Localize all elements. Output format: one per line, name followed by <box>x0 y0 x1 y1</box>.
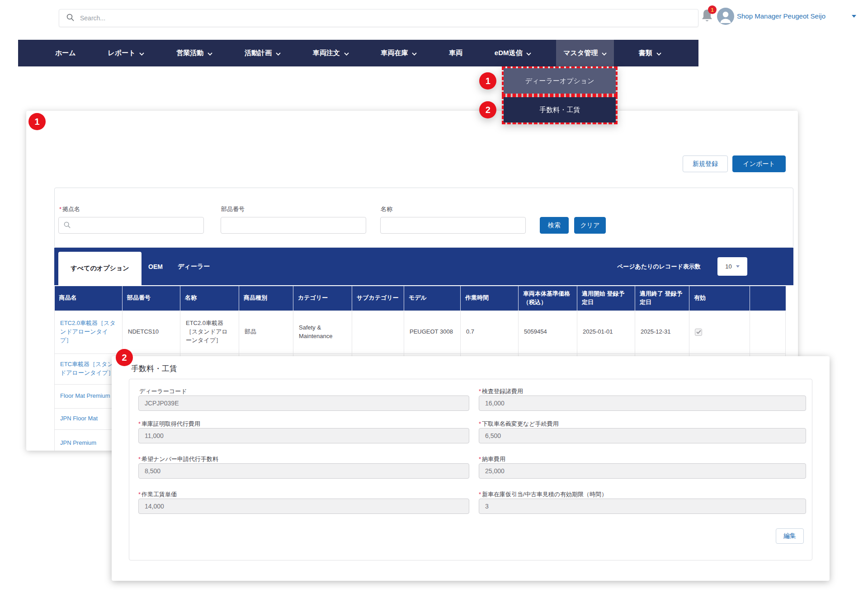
chevron-down-icon <box>276 49 281 57</box>
col-spacer <box>750 286 786 311</box>
menu-item-dealer-option[interactable]: ディーラーオプション <box>504 68 616 94</box>
nav-label: 営業活動 <box>176 49 203 57</box>
nav-label: 車両在庫 <box>381 49 408 57</box>
chevron-down-icon <box>139 49 144 57</box>
garage-certificate-fee-label: *車庫証明取得代行費用 <box>138 420 469 428</box>
col-product-type: 商品種別 <box>239 286 293 311</box>
search-button[interactable]: 検索 <box>540 217 569 234</box>
trade-in-transfer-fee-label: *下取車名義変更など手続費用 <box>479 420 806 428</box>
col-product-name: 商品名 <box>55 286 123 311</box>
col-work-hours: 作業時間 <box>461 286 519 311</box>
quote-validity-field: 3 <box>479 499 806 514</box>
nav-label: 車両注文 <box>313 49 340 57</box>
nav-item-vehicle[interactable]: 車両 <box>442 40 470 66</box>
main-navigation: ホーム レポート 営業活動 活動計画 車両注文 車両在庫 車両 eDM送信 <box>18 40 698 66</box>
chevron-down-icon <box>526 49 531 57</box>
col-part-number: 部品番号 <box>123 286 180 311</box>
desired-number-fee-field: 8,500 <box>138 463 469 479</box>
annotation-circle-panel2: 2 <box>116 349 133 366</box>
col-category: カテゴリー <box>293 286 352 311</box>
records-per-page-select[interactable]: 10 <box>717 257 747 276</box>
name-label: 名称 <box>381 205 392 213</box>
chevron-down-icon <box>344 49 349 57</box>
page: 1 Shop Manager Peugeot Seijo ホーム レポート 営業… <box>0 0 868 612</box>
chevron-down-icon <box>602 49 607 57</box>
col-model: モデル <box>404 286 461 311</box>
inspection-registration-fee-field: 16,000 <box>479 395 806 411</box>
inspection-registration-fee-label: *検査登録諸費用 <box>479 387 806 395</box>
fees-form: ディーラーコード JCPJP039E *検査登録諸費用 16,000 *車庫証明… <box>129 379 812 560</box>
product-link[interactable]: JPN Floor Mat <box>60 415 98 422</box>
product-link[interactable]: JPN Premium <box>60 439 96 446</box>
fees-labor-panel: 2 手数料・工賃 ディーラーコード JCPJP039E *検査登録諸費用 16,… <box>112 356 830 581</box>
chevron-down-icon <box>656 49 661 57</box>
desired-number-fee-label: *希望ナンバー申請代行手数料 <box>138 455 469 463</box>
col-base-price: 車両本体基準価格（税込） <box>519 286 577 311</box>
nav-label: 書類 <box>639 49 652 57</box>
active-checkbox-checked <box>695 329 702 336</box>
global-search <box>59 9 698 27</box>
col-end-date: 適用終了 登録予定日 <box>635 286 689 311</box>
annotation-circle-panel1: 1 <box>28 113 46 130</box>
annotation-circle-1: 1 <box>479 72 496 89</box>
product-link[interactable]: ETC車載器［スタンドアローンタイプ］ <box>60 361 114 376</box>
tab-oem[interactable]: OEM <box>148 248 163 285</box>
menu-item-fees-labor[interactable]: 手数料・工賃 <box>504 97 616 122</box>
col-name: 名称 <box>180 286 239 311</box>
nav-item-activity-plan[interactable]: 活動計画 <box>237 40 288 66</box>
options-tab-bar: すべてのオプション OEM ディーラー ページあたりのレコード表示数 10 <box>54 248 793 285</box>
nav-label: ホーム <box>55 49 76 57</box>
nav-label: eDM送信 <box>495 49 523 57</box>
search-icon <box>66 14 74 23</box>
site-name-label: *拠点名 <box>59 205 80 213</box>
menu-item-dealer-option-highlight-frame: ディーラーオプション <box>502 66 618 95</box>
col-subcategory: サブカテゴリー <box>352 286 404 311</box>
user-menu-caret-icon[interactable] <box>852 15 856 20</box>
nav-item-home[interactable]: ホーム <box>48 40 83 66</box>
avatar[interactable] <box>717 8 734 25</box>
nav-label: マスタ管理 <box>563 49 598 57</box>
person-icon <box>717 8 734 25</box>
nav-item-vehicle-stock[interactable]: 車両在庫 <box>373 40 424 66</box>
name-input[interactable] <box>380 217 526 234</box>
table-header-row: 商品名 部品番号 名称 商品種別 カテゴリー サブカテゴリー モデル 作業時間 … <box>55 286 786 311</box>
product-link[interactable]: ETC2.0車載器［スタンドアローンタイプ］ <box>60 320 116 344</box>
top-bar: 1 Shop Manager Peugeot Seijo <box>0 0 868 40</box>
chevron-down-icon <box>736 265 740 269</box>
edit-button[interactable]: 編集 <box>776 528 804 544</box>
menu-item-fees-labor-highlight-frame: 手数料・工賃 <box>502 95 618 124</box>
nav-item-documents[interactable]: 書類 <box>632 40 669 66</box>
nav-item-master-management[interactable]: マスタ管理 ディーラーオプション 手数料・工賃 1 2 <box>556 40 614 66</box>
user-menu-label[interactable]: Shop Manager Peugeot Seijo <box>737 12 826 20</box>
nav-item-sales-activity[interactable]: 営業活動 <box>169 40 220 66</box>
dealer-code-field: JCPJP039E <box>138 395 469 411</box>
part-number-input[interactable] <box>221 217 366 234</box>
garage-certificate-fee-field: 11,000 <box>138 428 469 443</box>
chevron-down-icon <box>208 49 212 57</box>
new-registration-button[interactable]: 新規登録 <box>683 155 728 172</box>
col-start-date: 適用開始 登録予定日 <box>577 286 635 311</box>
tab-all-options[interactable]: すべてのオプション <box>58 252 142 285</box>
quote-validity-label: *新車在庫仮引当/中古車見積の有効期限（時間） <box>479 490 806 499</box>
import-button[interactable]: インポート <box>732 155 786 172</box>
required-asterisk: * <box>59 206 61 212</box>
search-input[interactable] <box>80 14 698 22</box>
site-name-input[interactable] <box>58 217 204 234</box>
nav-item-vehicle-order[interactable]: 車両注文 <box>306 40 356 66</box>
nav-label: 車両 <box>449 49 462 57</box>
labor-rate-field: 14,000 <box>138 499 469 514</box>
chevron-down-icon <box>412 49 417 57</box>
nav-item-edm[interactable]: eDM送信 <box>487 40 539 66</box>
annotation-circle-2: 2 <box>479 101 496 118</box>
records-per-page-label: ページあたりのレコード表示数 <box>617 248 701 285</box>
product-link[interactable]: Floor Mat Premium <box>60 392 110 399</box>
nav-label: レポート <box>108 49 135 57</box>
panel-title: 手数料・工賃 <box>131 363 177 374</box>
trade-in-transfer-fee-field: 6,500 <box>479 428 806 443</box>
search-icon <box>64 221 71 230</box>
tab-dealer[interactable]: ディーラー <box>178 248 210 285</box>
nav-label: 活動計画 <box>245 49 272 57</box>
records-per-page-value: 10 <box>725 263 731 270</box>
clear-button[interactable]: クリア <box>574 217 606 234</box>
nav-item-reports[interactable]: レポート <box>100 40 151 66</box>
